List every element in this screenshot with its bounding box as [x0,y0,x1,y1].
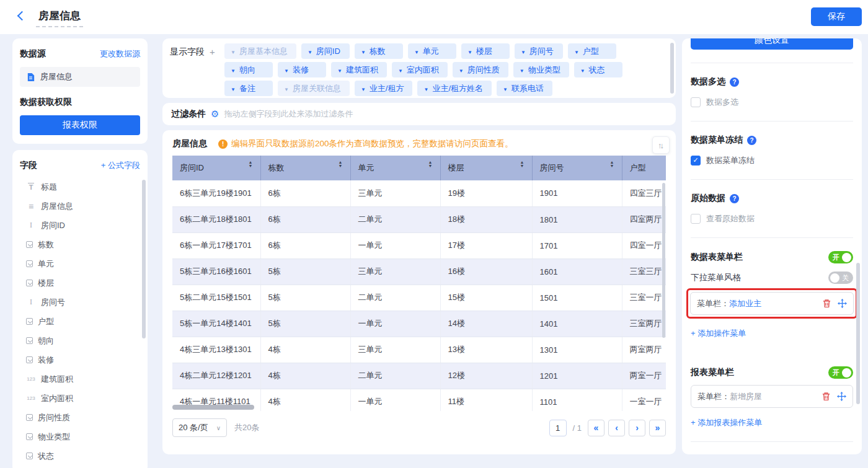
table-column-header[interactable]: 楼层 ▲▼ [440,156,532,180]
field-item[interactable]: 单元 [20,254,140,273]
horizontal-scrollbar[interactable] [172,405,254,410]
add-formula-field-link[interactable]: + 公式字段 [101,160,140,171]
display-field-chip[interactable]: 状态 [574,62,622,77]
table-cell: 5栋二单元15楼1501 [172,285,260,311]
report-menu-toggle[interactable]: 开 [828,366,853,379]
table-column-header[interactable]: 房间号 ▲▼ [532,156,622,180]
add-display-field-icon[interactable]: + [210,46,215,93]
fields-scrollbar[interactable] [142,180,146,338]
table-column-header[interactable]: 栋数 ▲▼ [260,156,350,180]
report-permission-button[interactable]: 报表权限 [20,115,140,135]
delete-icon[interactable] [822,392,831,401]
table-row[interactable]: 5栋一单元14楼14015栋一单元14楼1401三室两厅 [172,311,666,337]
display-field-chip[interactable]: 房间性质 [453,62,508,77]
change-datasource-link[interactable]: 更改数据源 [100,48,140,60]
display-field-chip[interactable]: 单元 [408,43,456,59]
display-field-chip[interactable]: 房屋关联信息 [278,81,350,96]
move-icon[interactable] [838,299,847,308]
field-item[interactable]: 标题 [20,177,140,196]
row-order-button[interactable]: ↑↓ [652,136,670,154]
field-item[interactable]: 房间号 [20,293,140,312]
current-page-input[interactable]: 1 [549,420,567,436]
first-page-button[interactable]: « [588,420,604,436]
report-menu-item[interactable]: 菜单栏：新增房屋 [691,385,853,408]
field-item[interactable]: 室内面积 [20,389,140,408]
gear-icon[interactable]: ⚙ [211,108,219,120]
filter-section[interactable]: 过滤条件 ⚙ 拖动左侧字段到此处来添加过滤条件 [162,103,676,125]
table-cell: 两室一厅 [622,363,666,389]
help-icon[interactable]: ? [730,194,739,203]
table-row[interactable]: 6栋三单元19楼19016栋三单元19楼1901四室三厅 [172,180,666,206]
raw-data-checkbox[interactable]: 查看原始数据 [691,213,853,224]
table-row[interactable]: 4栋三单元13楼13014栋三单元13楼1301两室两厅 [172,337,666,363]
field-item[interactable]: 房屋信息 [20,196,140,216]
display-field-chip[interactable]: 栋数 [355,43,403,59]
move-icon[interactable] [837,392,846,401]
display-field-chip[interactable]: 房间ID [301,43,350,59]
menu-item-name-link[interactable]: 添加业主 [729,299,761,308]
sort-icon[interactable]: ▲▼ [339,161,343,168]
color-settings-button[interactable]: 颜色设置 [691,38,853,50]
sort-icon[interactable]: ▲▼ [520,161,525,168]
add-action-menu-link[interactable]: + 添加操作菜单 [691,328,746,339]
table-scrollbar[interactable] [662,183,665,338]
display-field-chip[interactable]: 室内面积 [392,62,448,77]
dropdown-style-toggle[interactable]: 关 [828,272,853,284]
save-button[interactable]: 保存 [811,7,862,26]
last-page-button[interactable]: » [649,420,666,436]
page-size-select[interactable]: 20 条/页 ∨ [172,418,227,437]
multi-select-checkbox[interactable]: 数据多选 [691,97,853,108]
table-menu-toggle[interactable]: 开 [828,251,853,263]
next-page-button[interactable]: › [629,420,645,436]
sort-icon[interactable]: ▲▼ [610,161,614,168]
field-item[interactable]: 装修 [20,350,140,369]
help-icon[interactable]: ? [730,77,739,87]
field-item[interactable]: 房间性质 [20,408,140,427]
display-field-chip[interactable]: 房屋基本信息 [224,43,296,59]
field-item[interactable]: 物业类型 [20,427,140,446]
table-column-header[interactable]: 房间ID ▲▼ [172,156,260,180]
filter-label: 过滤条件 [171,108,206,120]
help-icon[interactable]: ? [747,136,756,145]
settings-scrollbar[interactable] [856,263,860,404]
display-field-chip[interactable]: 业主/租方姓名 [417,81,492,96]
display-field-chip[interactable]: 业主/租方 [355,81,413,96]
chips-scrollbar[interactable] [670,43,674,94]
table-row[interactable]: 4栋二单元12楼12014栋二单元12楼1201两室一厅 [172,363,666,389]
sort-icon[interactable]: ▲▼ [249,161,253,168]
chevron-down-icon [231,84,236,93]
display-field-chip[interactable]: 房间号 [515,43,563,59]
delete-icon[interactable] [822,299,831,308]
datasource-item[interactable]: 房屋信息 [20,67,140,87]
display-field-chip[interactable]: 物业类型 [513,62,569,77]
field-item[interactable]: 户型 [20,312,140,331]
table-row[interactable]: 5栋三单元16楼16015栋三单元16楼1601三室三厅 [172,258,666,285]
table-row[interactable]: 5栋二单元15楼15015栋二单元15楼1501三室一厅 [172,285,666,311]
table-cell: 一单元 [350,232,440,258]
table-column-header[interactable]: 户型 ▲▼ [622,156,666,180]
display-field-chip[interactable]: 楼层 [461,43,510,59]
back-icon[interactable] [17,11,27,21]
field-item[interactable]: 建筑面积 [20,369,140,389]
prev-page-button[interactable]: ‹ [608,420,625,436]
field-item[interactable]: 楼层 [20,273,140,293]
display-field-chip[interactable]: 装修 [278,62,326,77]
table-row[interactable]: 6栋一单元17楼17016栋一单元17楼1701四室一厅 [172,232,666,258]
table-menu-item[interactable]: 菜单栏：添加业主 [690,292,854,315]
field-item[interactable]: 状态 [20,446,140,466]
add-report-action-menu-link[interactable]: + 添加报表操作菜单 [691,417,762,428]
display-field-chip[interactable]: 朝向 [224,62,273,77]
chevron-down-icon [574,46,579,56]
display-field-chip[interactable]: 建筑面积 [331,62,387,77]
menu-freeze-checkbox[interactable]: 数据菜单冻结 [691,155,853,166]
table-column-header[interactable]: 单元 ▲▼ [350,156,440,180]
field-item[interactable]: 栋数 [20,235,140,254]
sort-icon[interactable]: ▲▼ [428,161,433,168]
display-field-chip[interactable]: 户型 [568,43,616,59]
field-item[interactable]: 朝向 [20,331,140,350]
field-item[interactable]: 房间ID [20,216,140,235]
display-field-chip[interactable]: 联系电话 [497,81,552,96]
table-cell: 15楼 [440,285,532,311]
table-row[interactable]: 6栋二单元18楼18016栋二单元18楼1801四室两厅 [172,206,666,232]
display-field-chip[interactable]: 备注 [224,81,273,96]
